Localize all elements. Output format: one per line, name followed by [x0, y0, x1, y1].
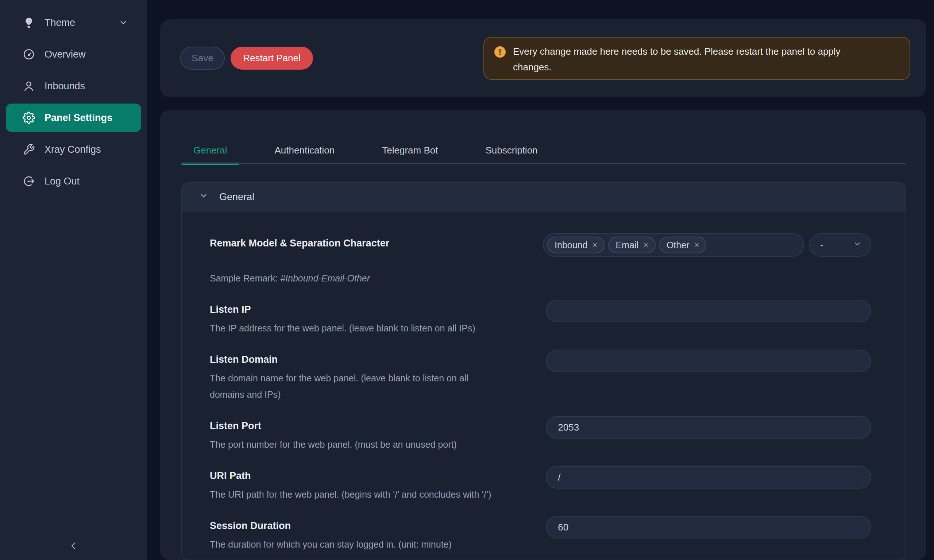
- section-title: General: [219, 191, 254, 203]
- tag-other: Other ×: [659, 237, 707, 253]
- chevron-down-icon: [119, 18, 128, 27]
- uri-path-input[interactable]: /: [546, 466, 871, 489]
- field-label: Session Duration: [210, 516, 546, 532]
- field-label: URI Path: [210, 466, 546, 482]
- restart-warning-alert: ! Every change made here needs to be sav…: [483, 37, 910, 80]
- sidebar-item-overview[interactable]: Overview: [6, 40, 141, 69]
- field-label: Listen IP: [210, 300, 546, 316]
- remove-tag-icon[interactable]: ×: [592, 241, 597, 249]
- general-section-header[interactable]: General: [182, 183, 906, 211]
- field-label: Remark Model & Separation Character: [210, 233, 543, 249]
- sidebar-item-log-out[interactable]: Log Out: [6, 167, 141, 195]
- person-icon: [23, 80, 35, 92]
- sample-remark-value: #Inbound-Email-Other: [280, 273, 370, 283]
- field-row-listen-port: Listen Port The port number for the web …: [210, 416, 871, 453]
- tab-general[interactable]: General: [181, 145, 239, 156]
- field-help: The IP address for the web panel. (leave…: [210, 320, 546, 337]
- sample-remark-prefix: Sample Remark:: [210, 273, 280, 283]
- remove-tag-icon[interactable]: ×: [694, 241, 699, 249]
- action-bar: Save Restart Panel ! Every change made h…: [160, 19, 926, 97]
- selected-separator: -: [820, 240, 823, 251]
- remark-model-multiselect[interactable]: Inbound × Email × Other ×: [543, 233, 804, 257]
- field-help: The port number for the web panel. (must…: [210, 436, 546, 453]
- chevron-left-icon: [68, 540, 79, 553]
- general-section-body: Remark Model & Separation Character Samp…: [182, 211, 906, 560]
- chevron-down-icon: [853, 240, 862, 251]
- field-row-listen-domain: Listen Domain The domain name for the we…: [210, 350, 871, 403]
- sidebar: Theme Overview Inbounds: [0, 0, 147, 560]
- field-row-session-duration: Session Duration The duration for which …: [210, 516, 871, 553]
- field-label: Listen Port: [210, 416, 546, 432]
- sidebar-collapse-button[interactable]: [0, 538, 147, 555]
- tab-subscription[interactable]: Subscription: [473, 145, 549, 156]
- warning-icon: !: [494, 46, 506, 58]
- wrench-icon: [23, 143, 35, 156]
- lightbulb-icon: [23, 16, 35, 29]
- field-label: Listen Domain: [210, 350, 546, 366]
- listen-domain-input[interactable]: [546, 350, 871, 372]
- listen-port-input[interactable]: 2053: [546, 416, 871, 438]
- field-help: The duration for which you can stay logg…: [210, 536, 546, 553]
- field-row-listen-ip: Listen IP The IP address for the web pan…: [210, 300, 871, 337]
- logout-icon: [23, 175, 35, 188]
- alert-text: Every change made here needs to be saved…: [513, 44, 841, 75]
- sidebar-item-inbounds[interactable]: Inbounds: [6, 72, 141, 100]
- sidebar-item-label: Xray Configs: [45, 144, 101, 155]
- gauge-icon: [23, 48, 35, 60]
- tag-inbound: Inbound ×: [547, 237, 604, 253]
- sidebar-item-label: Inbounds: [45, 81, 85, 92]
- field-help: Sample Remark: #Inbound-Email-Other: [210, 254, 543, 286]
- sidebar-item-xray-configs[interactable]: Xray Configs: [6, 135, 141, 164]
- session-duration-input[interactable]: 60: [546, 516, 871, 538]
- settings-card: General Authentication Telegram Bot Subs…: [160, 110, 926, 560]
- general-section-panel: General Remark Model & Separation Charac…: [181, 182, 906, 560]
- tag-email: Email ×: [608, 237, 656, 253]
- settings-tabs: General Authentication Telegram Bot Subs…: [181, 137, 550, 163]
- sidebar-item-label: Log Out: [45, 176, 80, 187]
- field-row-uri-path: URI Path The URI path for the web panel.…: [210, 466, 871, 503]
- sidebar-item-label: Theme: [45, 17, 75, 28]
- remove-tag-icon[interactable]: ×: [643, 241, 648, 249]
- sidebar-item-theme[interactable]: Theme: [6, 8, 141, 37]
- field-help: The domain name for the web panel. (leav…: [210, 370, 546, 403]
- tab-telegram-bot[interactable]: Telegram Bot: [370, 145, 450, 156]
- listen-ip-input[interactable]: [546, 300, 871, 322]
- save-button[interactable]: Save: [180, 47, 225, 70]
- field-row-remark-model: Remark Model & Separation Character Samp…: [210, 233, 871, 286]
- sidebar-item-label: Overview: [45, 49, 86, 60]
- separation-character-select[interactable]: -: [809, 233, 871, 257]
- tab-authentication[interactable]: Authentication: [263, 145, 347, 156]
- panel-settings-page: Theme Overview Inbounds: [0, 0, 934, 560]
- tabs-divider: [181, 163, 906, 164]
- gear-icon: [23, 112, 35, 124]
- field-help: The URI path for the web panel. (begins …: [210, 486, 546, 503]
- sidebar-item-label: Panel Settings: [45, 112, 113, 124]
- sidebar-item-panel-settings[interactable]: Panel Settings: [6, 103, 141, 132]
- chevron-down-icon: [199, 191, 208, 203]
- restart-panel-button[interactable]: Restart Panel: [231, 47, 313, 70]
